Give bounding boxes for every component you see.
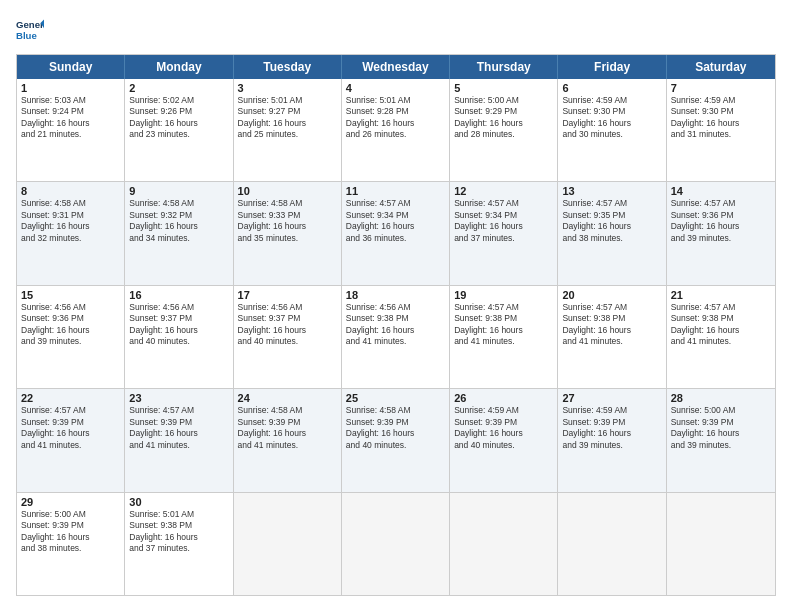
day-number: 8 xyxy=(21,185,120,197)
day-cell-5: 5Sunrise: 5:00 AMSunset: 9:29 PMDaylight… xyxy=(450,79,558,181)
cell-info: Sunrise: 4:57 AMSunset: 9:39 PMDaylight:… xyxy=(129,405,228,451)
day-number: 13 xyxy=(562,185,661,197)
weekday-header-saturday: Saturday xyxy=(667,55,775,79)
day-number: 28 xyxy=(671,392,771,404)
day-cell-13: 13Sunrise: 4:57 AMSunset: 9:35 PMDayligh… xyxy=(558,182,666,284)
calendar-body: 1Sunrise: 5:03 AMSunset: 9:24 PMDaylight… xyxy=(17,79,775,595)
cell-info: Sunrise: 4:56 AMSunset: 9:37 PMDaylight:… xyxy=(129,302,228,348)
day-cell-23: 23Sunrise: 4:57 AMSunset: 9:39 PMDayligh… xyxy=(125,389,233,491)
day-cell-4: 4Sunrise: 5:01 AMSunset: 9:28 PMDaylight… xyxy=(342,79,450,181)
day-number: 16 xyxy=(129,289,228,301)
weekday-header-monday: Monday xyxy=(125,55,233,79)
cell-info: Sunrise: 4:57 AMSunset: 9:38 PMDaylight:… xyxy=(454,302,553,348)
cell-info: Sunrise: 4:57 AMSunset: 9:34 PMDaylight:… xyxy=(454,198,553,244)
day-number: 19 xyxy=(454,289,553,301)
cell-info: Sunrise: 5:01 AMSunset: 9:27 PMDaylight:… xyxy=(238,95,337,141)
day-number: 10 xyxy=(238,185,337,197)
day-number: 25 xyxy=(346,392,445,404)
day-cell-26: 26Sunrise: 4:59 AMSunset: 9:39 PMDayligh… xyxy=(450,389,558,491)
cell-info: Sunrise: 4:57 AMSunset: 9:36 PMDaylight:… xyxy=(671,198,771,244)
cell-info: Sunrise: 4:59 AMSunset: 9:39 PMDaylight:… xyxy=(562,405,661,451)
day-cell-10: 10Sunrise: 4:58 AMSunset: 9:33 PMDayligh… xyxy=(234,182,342,284)
day-cell-18: 18Sunrise: 4:56 AMSunset: 9:38 PMDayligh… xyxy=(342,286,450,388)
page: General Blue SundayMondayTuesdayWednesda… xyxy=(0,0,792,612)
day-number: 7 xyxy=(671,82,771,94)
day-number: 17 xyxy=(238,289,337,301)
day-number: 3 xyxy=(238,82,337,94)
weekday-header-friday: Friday xyxy=(558,55,666,79)
day-number: 23 xyxy=(129,392,228,404)
day-number: 22 xyxy=(21,392,120,404)
cell-info: Sunrise: 4:58 AMSunset: 9:39 PMDaylight:… xyxy=(238,405,337,451)
day-number: 5 xyxy=(454,82,553,94)
day-cell-17: 17Sunrise: 4:56 AMSunset: 9:37 PMDayligh… xyxy=(234,286,342,388)
day-number: 14 xyxy=(671,185,771,197)
calendar-row-4: 22Sunrise: 4:57 AMSunset: 9:39 PMDayligh… xyxy=(17,388,775,491)
weekday-header-wednesday: Wednesday xyxy=(342,55,450,79)
empty-cell xyxy=(234,493,342,595)
cell-info: Sunrise: 4:58 AMSunset: 9:33 PMDaylight:… xyxy=(238,198,337,244)
cell-info: Sunrise: 5:03 AMSunset: 9:24 PMDaylight:… xyxy=(21,95,120,141)
day-number: 2 xyxy=(129,82,228,94)
cell-info: Sunrise: 4:57 AMSunset: 9:38 PMDaylight:… xyxy=(671,302,771,348)
svg-text:Blue: Blue xyxy=(16,30,37,41)
day-number: 11 xyxy=(346,185,445,197)
day-cell-8: 8Sunrise: 4:58 AMSunset: 9:31 PMDaylight… xyxy=(17,182,125,284)
day-cell-15: 15Sunrise: 4:56 AMSunset: 9:36 PMDayligh… xyxy=(17,286,125,388)
weekday-header-sunday: Sunday xyxy=(17,55,125,79)
cell-info: Sunrise: 4:58 AMSunset: 9:39 PMDaylight:… xyxy=(346,405,445,451)
day-number: 29 xyxy=(21,496,120,508)
day-cell-12: 12Sunrise: 4:57 AMSunset: 9:34 PMDayligh… xyxy=(450,182,558,284)
day-cell-7: 7Sunrise: 4:59 AMSunset: 9:30 PMDaylight… xyxy=(667,79,775,181)
cell-info: Sunrise: 4:58 AMSunset: 9:31 PMDaylight:… xyxy=(21,198,120,244)
cell-info: Sunrise: 4:57 AMSunset: 9:35 PMDaylight:… xyxy=(562,198,661,244)
calendar-row-5: 29Sunrise: 5:00 AMSunset: 9:39 PMDayligh… xyxy=(17,492,775,595)
calendar-row-3: 15Sunrise: 4:56 AMSunset: 9:36 PMDayligh… xyxy=(17,285,775,388)
day-number: 18 xyxy=(346,289,445,301)
day-cell-9: 9Sunrise: 4:58 AMSunset: 9:32 PMDaylight… xyxy=(125,182,233,284)
day-number: 20 xyxy=(562,289,661,301)
calendar-row-1: 1Sunrise: 5:03 AMSunset: 9:24 PMDaylight… xyxy=(17,79,775,181)
day-number: 6 xyxy=(562,82,661,94)
cell-info: Sunrise: 5:00 AMSunset: 9:39 PMDaylight:… xyxy=(21,509,120,555)
empty-cell xyxy=(558,493,666,595)
day-cell-19: 19Sunrise: 4:57 AMSunset: 9:38 PMDayligh… xyxy=(450,286,558,388)
cell-info: Sunrise: 4:59 AMSunset: 9:30 PMDaylight:… xyxy=(562,95,661,141)
cell-info: Sunrise: 5:01 AMSunset: 9:28 PMDaylight:… xyxy=(346,95,445,141)
calendar: SundayMondayTuesdayWednesdayThursdayFrid… xyxy=(16,54,776,596)
cell-info: Sunrise: 4:57 AMSunset: 9:34 PMDaylight:… xyxy=(346,198,445,244)
day-cell-29: 29Sunrise: 5:00 AMSunset: 9:39 PMDayligh… xyxy=(17,493,125,595)
day-number: 12 xyxy=(454,185,553,197)
cell-info: Sunrise: 4:56 AMSunset: 9:38 PMDaylight:… xyxy=(346,302,445,348)
day-cell-16: 16Sunrise: 4:56 AMSunset: 9:37 PMDayligh… xyxy=(125,286,233,388)
day-cell-14: 14Sunrise: 4:57 AMSunset: 9:36 PMDayligh… xyxy=(667,182,775,284)
day-cell-6: 6Sunrise: 4:59 AMSunset: 9:30 PMDaylight… xyxy=(558,79,666,181)
day-number: 24 xyxy=(238,392,337,404)
day-cell-21: 21Sunrise: 4:57 AMSunset: 9:38 PMDayligh… xyxy=(667,286,775,388)
day-cell-2: 2Sunrise: 5:02 AMSunset: 9:26 PMDaylight… xyxy=(125,79,233,181)
day-cell-11: 11Sunrise: 4:57 AMSunset: 9:34 PMDayligh… xyxy=(342,182,450,284)
header: General Blue xyxy=(16,16,776,44)
day-number: 30 xyxy=(129,496,228,508)
cell-info: Sunrise: 4:57 AMSunset: 9:39 PMDaylight:… xyxy=(21,405,120,451)
day-cell-27: 27Sunrise: 4:59 AMSunset: 9:39 PMDayligh… xyxy=(558,389,666,491)
cell-info: Sunrise: 5:00 AMSunset: 9:29 PMDaylight:… xyxy=(454,95,553,141)
day-cell-3: 3Sunrise: 5:01 AMSunset: 9:27 PMDaylight… xyxy=(234,79,342,181)
cell-info: Sunrise: 4:59 AMSunset: 9:39 PMDaylight:… xyxy=(454,405,553,451)
day-number: 1 xyxy=(21,82,120,94)
day-cell-24: 24Sunrise: 4:58 AMSunset: 9:39 PMDayligh… xyxy=(234,389,342,491)
day-number: 27 xyxy=(562,392,661,404)
day-number: 21 xyxy=(671,289,771,301)
cell-info: Sunrise: 4:56 AMSunset: 9:37 PMDaylight:… xyxy=(238,302,337,348)
calendar-header: SundayMondayTuesdayWednesdayThursdayFrid… xyxy=(17,55,775,79)
empty-cell xyxy=(450,493,558,595)
day-number: 4 xyxy=(346,82,445,94)
cell-info: Sunrise: 4:57 AMSunset: 9:38 PMDaylight:… xyxy=(562,302,661,348)
empty-cell xyxy=(342,493,450,595)
empty-cell xyxy=(667,493,775,595)
day-cell-1: 1Sunrise: 5:03 AMSunset: 9:24 PMDaylight… xyxy=(17,79,125,181)
logo-icon: General Blue xyxy=(16,16,44,44)
cell-info: Sunrise: 4:59 AMSunset: 9:30 PMDaylight:… xyxy=(671,95,771,141)
day-cell-25: 25Sunrise: 4:58 AMSunset: 9:39 PMDayligh… xyxy=(342,389,450,491)
cell-info: Sunrise: 5:01 AMSunset: 9:38 PMDaylight:… xyxy=(129,509,228,555)
